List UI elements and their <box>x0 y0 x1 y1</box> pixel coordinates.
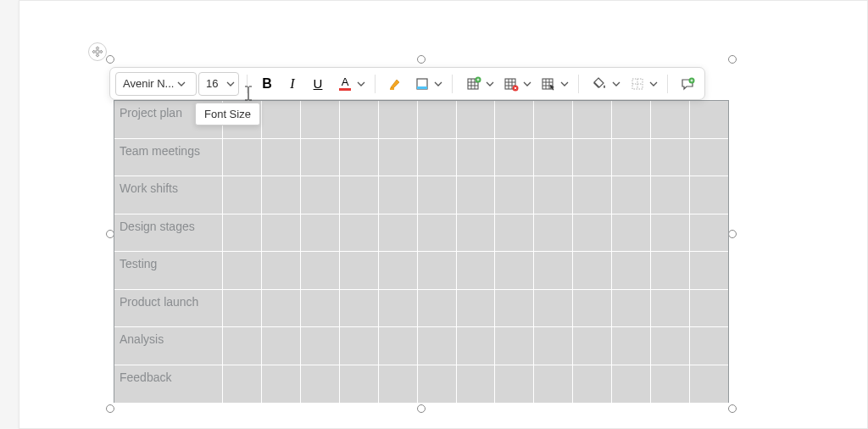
table-cell[interactable] <box>418 365 457 404</box>
table-cell[interactable] <box>223 327 262 365</box>
table-cell[interactable] <box>573 327 612 365</box>
table-cell[interactable] <box>301 252 340 289</box>
table-cell[interactable] <box>534 214 573 252</box>
table-cell[interactable] <box>457 176 496 214</box>
table-cell[interactable] <box>340 139 379 176</box>
table-cell[interactable] <box>418 290 457 327</box>
font-color-dropdown[interactable]: A <box>331 72 367 96</box>
table-cell[interactable] <box>301 365 340 404</box>
row-label-cell[interactable]: Analysis <box>114 327 223 365</box>
table-cell[interactable] <box>534 139 573 176</box>
table-cell[interactable] <box>379 139 418 176</box>
row-label-cell[interactable]: Work shifts <box>114 176 223 214</box>
table-cell[interactable] <box>301 327 340 365</box>
table[interactable]: Project planTeam meetingsWork shiftsDesi… <box>114 100 729 403</box>
row-label-cell[interactable]: Design stages <box>114 214 223 252</box>
table-cell[interactable] <box>495 290 534 327</box>
table-cell[interactable] <box>457 327 496 365</box>
table-cell[interactable] <box>379 176 418 214</box>
shading-dropdown[interactable] <box>587 72 622 96</box>
table-cell[interactable] <box>223 252 262 289</box>
table-cell[interactable] <box>340 252 379 289</box>
table-cell[interactable] <box>301 290 340 327</box>
table-cell[interactable] <box>612 214 651 252</box>
table-cell[interactable] <box>495 252 534 289</box>
resize-handle-nw[interactable] <box>106 55 114 64</box>
table-cell[interactable] <box>262 101 301 138</box>
table-cell[interactable] <box>262 327 301 365</box>
table-cell[interactable] <box>301 101 340 138</box>
table-cell[interactable] <box>573 214 612 252</box>
table-cell[interactable] <box>573 365 612 404</box>
table-cell[interactable] <box>457 214 496 252</box>
table-cell[interactable] <box>340 365 379 404</box>
table-cell[interactable] <box>495 365 534 404</box>
table-cell[interactable] <box>495 327 534 365</box>
table-cell[interactable] <box>418 327 457 365</box>
table-cell[interactable] <box>534 365 573 404</box>
table-cell[interactable] <box>690 365 728 404</box>
table-cell[interactable] <box>573 139 612 176</box>
table-cell[interactable] <box>534 327 573 365</box>
bold-button[interactable]: B <box>255 72 279 96</box>
table-cell[interactable] <box>340 176 379 214</box>
table-cell[interactable] <box>573 290 612 327</box>
table-cell[interactable] <box>534 101 573 138</box>
table-cell[interactable] <box>651 290 690 327</box>
table-cell[interactable] <box>651 101 690 138</box>
table-cell[interactable] <box>301 139 340 176</box>
table-cell[interactable] <box>690 214 728 252</box>
table-row[interactable]: Testing <box>114 252 728 290</box>
table-cell[interactable] <box>340 290 379 327</box>
table-cell[interactable] <box>495 176 534 214</box>
row-label-cell[interactable]: Feedback <box>114 365 223 404</box>
table-cell[interactable] <box>223 176 262 214</box>
table-cell[interactable] <box>262 139 301 176</box>
add-comment-button[interactable] <box>676 72 699 96</box>
table-cell[interactable] <box>379 290 418 327</box>
table-cell[interactable] <box>651 327 690 365</box>
table-row[interactable]: Feedback <box>114 365 728 404</box>
table-cell[interactable] <box>340 327 379 365</box>
table-cell[interactable] <box>534 252 573 289</box>
resize-handle-se[interactable] <box>728 404 737 413</box>
row-label-cell[interactable]: Team meetings <box>114 139 223 176</box>
table-cell[interactable] <box>495 101 534 138</box>
table-cell[interactable] <box>262 290 301 327</box>
table-cell[interactable] <box>418 139 457 176</box>
table-cell[interactable] <box>223 214 262 252</box>
table-cell[interactable] <box>301 214 340 252</box>
table-cell[interactable] <box>495 139 534 176</box>
table-cell[interactable] <box>651 176 690 214</box>
table-cell[interactable] <box>612 252 651 289</box>
table-cell[interactable] <box>262 176 301 214</box>
table-row[interactable]: Work shifts <box>114 176 728 214</box>
table-cell[interactable] <box>223 139 262 176</box>
table-cell[interactable] <box>262 214 301 252</box>
table-cell[interactable] <box>495 214 534 252</box>
table-row[interactable]: Team meetings <box>114 139 728 177</box>
table-cell[interactable] <box>690 252 728 289</box>
delete-table-dropdown[interactable] <box>498 72 533 96</box>
table-cell[interactable] <box>379 327 418 365</box>
table-cell[interactable] <box>379 252 418 289</box>
borders-dropdown[interactable] <box>624 72 659 96</box>
resize-handle-n[interactable] <box>417 55 426 64</box>
table-cell[interactable] <box>690 101 728 138</box>
insert-table-dropdown[interactable] <box>460 72 496 96</box>
table-cell[interactable] <box>612 365 651 404</box>
resize-handle-sw[interactable] <box>106 404 114 413</box>
table-cell[interactable] <box>612 176 651 214</box>
table-cell[interactable] <box>379 101 418 138</box>
table-cell[interactable] <box>223 365 262 404</box>
table-cell[interactable] <box>457 290 496 327</box>
table-cell[interactable] <box>573 252 612 289</box>
table-cell[interactable] <box>457 252 496 289</box>
resize-handle-s[interactable] <box>417 404 426 413</box>
table-row[interactable]: Analysis <box>114 327 728 365</box>
fill-color-dropdown[interactable] <box>409 72 444 96</box>
table-cell[interactable] <box>573 176 612 214</box>
table-cell[interactable] <box>340 101 379 138</box>
move-handle[interactable] <box>88 42 107 61</box>
resize-handle-ne[interactable] <box>728 55 737 64</box>
